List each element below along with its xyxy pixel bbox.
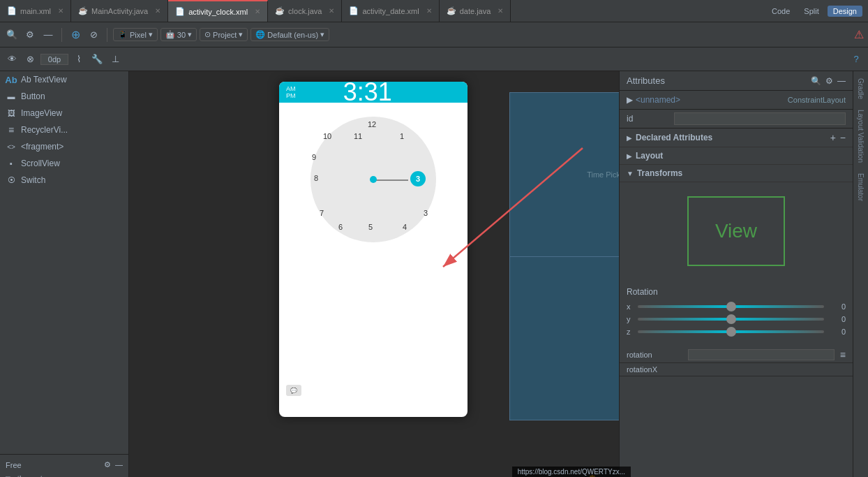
palette-item-recyclerview[interactable]: ≡ RecyclerVi...	[0, 122, 128, 138]
cursor-button[interactable]: ⊘	[86, 27, 101, 43]
url-bar: https://blog.csdn.net/QWERTYzx...	[512, 467, 631, 477]
gradle-rail[interactable]: Gradle	[857, 78, 865, 99]
api-dropdown[interactable]: 🤖 30 ▾	[160, 28, 197, 41]
rotation-x-slider[interactable]	[638, 305, 824, 308]
tab-label: date.java	[460, 7, 491, 15]
split-tab[interactable]: Split	[798, 6, 824, 17]
locale-dropdown[interactable]: 🌐 Default (en-us) ▾	[250, 28, 329, 41]
attributes-title: Attributes	[627, 75, 665, 86]
tab-label: MainActivity.java	[91, 7, 148, 15]
layers-button[interactable]: ⊕	[68, 27, 83, 43]
settings-icon[interactable]: ⚙	[825, 76, 833, 86]
eye-button[interactable]: 👁	[4, 52, 20, 67]
declared-attributes-section[interactable]: ▶ Declared Attributes + −	[620, 129, 853, 147]
palette-label: RecyclerVi...	[21, 125, 68, 135]
tab-activity-clock-xml[interactable]: 📄 activity_clock.xml ✕	[168, 0, 268, 22]
remove-attribute-button[interactable]: −	[840, 132, 846, 143]
palette-item-textview[interactable]: Ab Ab TextView	[0, 71, 128, 88]
rotation-z-slider[interactable]	[638, 330, 824, 333]
magnet-button[interactable]: ⊗	[22, 52, 38, 67]
tab-bar: 📄 main.xml ✕ ☕ MainActivity.java ✕ 📄 act…	[0, 0, 868, 22]
rotation-title: Rotation	[627, 287, 846, 297]
tree-settings-icon[interactable]: ⚙	[104, 460, 111, 469]
transforms-section[interactable]: ▼ Transforms	[620, 165, 853, 182]
rotation-x-thumb	[726, 302, 736, 311]
clock-face: 12 1 2 3 4 5 6 7 8 9 10 11	[310, 117, 436, 242]
align-button[interactable]: ⊥	[107, 52, 123, 67]
tab-close[interactable]: ✕	[155, 7, 160, 15]
tree-minus-icon[interactable]: —	[115, 460, 123, 469]
palette-item-scrollview[interactable]: ▪ ScrollView	[0, 155, 128, 172]
tab-close[interactable]: ✕	[426, 7, 432, 15]
main-content: Ab Ab TextView ▬ Button 🖼 ImageView ≡ Re…	[0, 71, 868, 477]
tab-clock-java[interactable]: ☕ clock.java ✕	[268, 0, 342, 22]
palette-item-switch[interactable]: ⦿ Switch	[0, 172, 128, 189]
tab-close[interactable]: ✕	[497, 7, 503, 15]
component-type: ConstraintLayout	[788, 96, 846, 104]
clock-num-10: 10	[323, 132, 331, 140]
rotation-y-row: y 0	[627, 315, 846, 323]
api-icon: 🤖	[165, 30, 175, 39]
layout-validation-rail[interactable]: Layout Validation	[857, 110, 865, 163]
search-button[interactable]: 🔍	[4, 27, 20, 43]
clock-knob-label: 3	[416, 175, 420, 183]
clock-num-9: 9	[312, 153, 316, 161]
add-attribute-button[interactable]: +	[830, 132, 836, 143]
help-button[interactable]: ?	[848, 52, 864, 67]
clock-num-1: 1	[400, 132, 404, 140]
clock-num-11: 11	[354, 132, 362, 140]
rotation-y-slider[interactable]	[638, 318, 824, 321]
wrench-button[interactable]: 🔧	[89, 52, 105, 67]
tab-close[interactable]: ✕	[329, 7, 334, 15]
palette-item-button[interactable]: ▬ Button	[0, 88, 128, 105]
attr-expand-icon[interactable]: ≡	[840, 349, 846, 360]
pixel-label: Pixel	[130, 31, 147, 39]
separator2	[107, 28, 107, 42]
chevron-down-icon3: ▾	[239, 30, 243, 39]
minus-button[interactable]: —	[40, 27, 56, 43]
tree-item-ntlayout[interactable]: □ ntLayout	[0, 472, 128, 477]
tab-close[interactable]: ✕	[255, 8, 260, 15]
palette-spacer	[0, 189, 128, 454]
palette-item-imageview[interactable]: 🖼 ImageView	[0, 105, 128, 122]
palette-label: Switch	[21, 175, 45, 185]
transforms-expand-icon: ▼	[627, 170, 634, 177]
minus-icon[interactable]: —	[837, 76, 846, 86]
path-button[interactable]: ⌇	[71, 52, 87, 67]
tab-date-java[interactable]: ☕ date.java ✕	[440, 0, 511, 22]
layout-section[interactable]: ▶ Layout	[620, 147, 853, 165]
palette-item-fragment[interactable]: <> <fragment>	[0, 138, 128, 155]
search-icon[interactable]: 🔍	[811, 76, 821, 86]
rotationx-attr-label: rotationX	[627, 365, 682, 374]
tab-main-xml[interactable]: 📄 main.xml ✕	[0, 0, 71, 22]
code-tab[interactable]: Code	[766, 6, 795, 17]
pixel-dropdown[interactable]: 📱 Pixel ▾	[113, 28, 158, 41]
emulator-rail[interactable]: Emulator	[857, 173, 865, 201]
rotation-x-row: x 0	[627, 302, 846, 311]
id-input[interactable]	[674, 112, 846, 125]
palette-label: <fragment>	[21, 142, 63, 152]
project-dropdown[interactable]: ⊙ Project ▾	[200, 28, 248, 41]
time-picker-frame[interactable]: Time Picker	[509, 92, 619, 420]
dp-input[interactable]: 0dp	[40, 54, 68, 65]
section-actions: + −	[830, 132, 846, 143]
clock-knob[interactable]: 3	[410, 171, 426, 186]
tab-activity-date-xml[interactable]: 📄 activity_date.xml ✕	[342, 0, 439, 22]
component-tree: Free ⚙ — □ ntLayout □ Picker ⚠	[0, 454, 128, 477]
design-tab[interactable]: Design	[828, 6, 862, 17]
button-icon: ▬	[6, 91, 17, 102]
palette-label: Ab TextView	[21, 75, 67, 85]
design-canvas[interactable]: 🔧 🔧 AM PM 3:31 12 1 2 3 4	[129, 71, 619, 477]
rotation-x-value: 0	[828, 302, 846, 311]
rotation-attr-input[interactable]	[688, 349, 835, 360]
settings-button[interactable]: ⚙	[22, 27, 38, 43]
project-icon: ⊙	[204, 30, 211, 39]
palette-label: Button	[21, 91, 45, 101]
collapse-arrow[interactable]: ▶	[627, 95, 633, 105]
tab-close[interactable]: ✕	[58, 7, 63, 15]
attributes-panel: Attributes 🔍 ⚙ — ▶ <unnamed> ConstraintL…	[619, 71, 853, 477]
tab-label: activity_clock.xml	[188, 8, 248, 16]
side-rail: Gradle Layout Validation Emulator	[853, 71, 868, 477]
tab-mainactivity-java[interactable]: ☕ MainActivity.java ✕	[71, 0, 168, 22]
palette-panel: Ab Ab TextView ▬ Button 🖼 ImageView ≡ Re…	[0, 71, 129, 477]
